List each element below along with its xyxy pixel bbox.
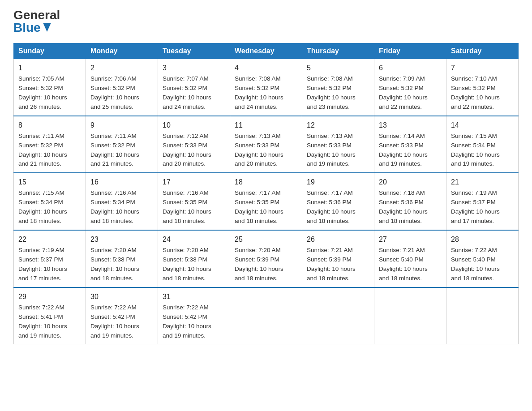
calendar-cell: 4Sunrise: 7:08 AMSunset: 5:32 PMDaylight…: [230, 59, 302, 116]
calendar-cell: 28Sunrise: 7:22 AMSunset: 5:40 PMDayligh…: [446, 230, 519, 287]
calendar-cell: 15Sunrise: 7:15 AMSunset: 5:34 PMDayligh…: [14, 173, 86, 230]
day-number: 12: [307, 120, 369, 131]
day-number: 20: [379, 177, 442, 188]
calendar-cell: 31Sunrise: 7:22 AMSunset: 5:42 PMDayligh…: [158, 287, 230, 344]
calendar-cell: 20Sunrise: 7:18 AMSunset: 5:36 PMDayligh…: [374, 173, 446, 230]
calendar-cell: 27Sunrise: 7:21 AMSunset: 5:40 PMDayligh…: [374, 230, 446, 287]
day-number: 6: [379, 63, 442, 73]
calendar-cell: [230, 287, 302, 344]
calendar-cell: 25Sunrise: 7:20 AMSunset: 5:39 PMDayligh…: [230, 230, 302, 287]
day-info: Sunrise: 7:15 AMSunset: 5:34 PMDaylight:…: [451, 133, 500, 167]
calendar-cell: 10Sunrise: 7:12 AMSunset: 5:33 PMDayligh…: [158, 116, 230, 173]
day-number: 14: [451, 120, 514, 131]
column-header-saturday: Saturday: [446, 43, 519, 59]
day-info: Sunrise: 7:22 AMSunset: 5:42 PMDaylight:…: [90, 304, 139, 339]
calendar-cell: 16Sunrise: 7:16 AMSunset: 5:34 PMDayligh…: [86, 173, 158, 230]
calendar-cell: [446, 287, 519, 344]
column-header-friday: Friday: [374, 43, 446, 59]
day-number: 24: [163, 234, 225, 245]
column-header-monday: Monday: [86, 43, 158, 59]
day-info: Sunrise: 7:19 AMSunset: 5:37 PMDaylight:…: [451, 189, 500, 224]
column-header-wednesday: Wednesday: [230, 43, 302, 59]
day-number: 23: [90, 234, 153, 245]
column-header-tuesday: Tuesday: [158, 43, 230, 59]
calendar-table: SundayMondayTuesdayWednesdayThursdayFrid…: [13, 43, 519, 344]
day-number: 26: [307, 234, 369, 245]
calendar-cell: 18Sunrise: 7:17 AMSunset: 5:35 PMDayligh…: [230, 173, 302, 230]
calendar-cell: 26Sunrise: 7:21 AMSunset: 5:39 PMDayligh…: [302, 230, 374, 287]
page-header: General Blue: [13, 9, 519, 34]
day-number: 15: [18, 177, 81, 188]
logo: General Blue: [13, 9, 60, 34]
day-number: 31: [163, 291, 225, 302]
day-info: Sunrise: 7:11 AMSunset: 5:32 PMDaylight:…: [18, 133, 67, 167]
calendar-week-row: 1Sunrise: 7:05 AMSunset: 5:32 PMDaylight…: [14, 59, 519, 116]
day-number: 16: [90, 177, 153, 188]
day-info: Sunrise: 7:08 AMSunset: 5:32 PMDaylight:…: [235, 75, 283, 110]
day-info: Sunrise: 7:12 AMSunset: 5:33 PMDaylight:…: [163, 133, 211, 167]
calendar-week-row: 22Sunrise: 7:19 AMSunset: 5:37 PMDayligh…: [14, 230, 519, 287]
calendar-week-row: 29Sunrise: 7:22 AMSunset: 5:41 PMDayligh…: [14, 287, 519, 344]
calendar-cell: 7Sunrise: 7:10 AMSunset: 5:32 PMDaylight…: [446, 59, 519, 116]
day-number: 9: [90, 120, 153, 131]
calendar-cell: 22Sunrise: 7:19 AMSunset: 5:37 PMDayligh…: [14, 230, 86, 287]
day-info: Sunrise: 7:17 AMSunset: 5:36 PMDaylight:…: [307, 189, 356, 224]
day-info: Sunrise: 7:13 AMSunset: 5:33 PMDaylight:…: [235, 133, 283, 167]
day-number: 5: [307, 63, 369, 73]
day-number: 10: [163, 120, 225, 131]
calendar-cell: 19Sunrise: 7:17 AMSunset: 5:36 PMDayligh…: [302, 173, 374, 230]
calendar-cell: 14Sunrise: 7:15 AMSunset: 5:34 PMDayligh…: [446, 116, 519, 173]
day-info: Sunrise: 7:17 AMSunset: 5:35 PMDaylight:…: [235, 189, 283, 224]
day-number: 25: [235, 234, 297, 245]
calendar-week-row: 8Sunrise: 7:11 AMSunset: 5:32 PMDaylight…: [14, 116, 519, 173]
day-info: Sunrise: 7:11 AMSunset: 5:32 PMDaylight:…: [90, 133, 139, 167]
logo-arrow-icon: [43, 23, 51, 32]
day-info: Sunrise: 7:06 AMSunset: 5:32 PMDaylight:…: [90, 75, 139, 110]
calendar-cell: 2Sunrise: 7:06 AMSunset: 5:32 PMDaylight…: [86, 59, 158, 116]
calendar-cell: 1Sunrise: 7:05 AMSunset: 5:32 PMDaylight…: [14, 59, 86, 116]
column-header-thursday: Thursday: [302, 43, 374, 59]
calendar-cell: [374, 287, 446, 344]
calendar-cell: 12Sunrise: 7:13 AMSunset: 5:33 PMDayligh…: [302, 116, 374, 173]
day-info: Sunrise: 7:22 AMSunset: 5:40 PMDaylight:…: [451, 247, 500, 282]
calendar-cell: 29Sunrise: 7:22 AMSunset: 5:41 PMDayligh…: [14, 287, 86, 344]
day-number: 1: [18, 63, 81, 73]
day-number: 30: [90, 291, 153, 302]
logo-blue-text: Blue: [13, 21, 51, 34]
day-number: 13: [379, 120, 442, 131]
day-info: Sunrise: 7:08 AMSunset: 5:32 PMDaylight:…: [307, 75, 356, 110]
calendar-cell: 23Sunrise: 7:20 AMSunset: 5:38 PMDayligh…: [86, 230, 158, 287]
day-info: Sunrise: 7:15 AMSunset: 5:34 PMDaylight:…: [18, 189, 67, 224]
day-info: Sunrise: 7:10 AMSunset: 5:32 PMDaylight:…: [451, 75, 500, 110]
day-info: Sunrise: 7:16 AMSunset: 5:35 PMDaylight:…: [163, 189, 211, 224]
day-info: Sunrise: 7:21 AMSunset: 5:39 PMDaylight:…: [307, 247, 356, 282]
svg-marker-0: [43, 23, 51, 32]
calendar-cell: 24Sunrise: 7:20 AMSunset: 5:38 PMDayligh…: [158, 230, 230, 287]
day-number: 22: [18, 234, 81, 245]
logo-general-text: General: [13, 9, 60, 21]
day-info: Sunrise: 7:20 AMSunset: 5:38 PMDaylight:…: [163, 247, 211, 282]
day-number: 17: [163, 177, 225, 188]
calendar-cell: 8Sunrise: 7:11 AMSunset: 5:32 PMDaylight…: [14, 116, 86, 173]
day-number: 7: [451, 63, 514, 73]
calendar-cell: 17Sunrise: 7:16 AMSunset: 5:35 PMDayligh…: [158, 173, 230, 230]
day-info: Sunrise: 7:22 AMSunset: 5:42 PMDaylight:…: [163, 304, 211, 339]
day-info: Sunrise: 7:20 AMSunset: 5:39 PMDaylight:…: [235, 247, 283, 282]
day-number: 19: [307, 177, 369, 188]
day-number: 28: [451, 234, 514, 245]
calendar-cell: 5Sunrise: 7:08 AMSunset: 5:32 PMDaylight…: [302, 59, 374, 116]
day-info: Sunrise: 7:05 AMSunset: 5:32 PMDaylight:…: [18, 75, 67, 110]
day-info: Sunrise: 7:13 AMSunset: 5:33 PMDaylight:…: [307, 133, 356, 167]
day-info: Sunrise: 7:16 AMSunset: 5:34 PMDaylight:…: [90, 189, 139, 224]
calendar-cell: 11Sunrise: 7:13 AMSunset: 5:33 PMDayligh…: [230, 116, 302, 173]
calendar-cell: 21Sunrise: 7:19 AMSunset: 5:37 PMDayligh…: [446, 173, 519, 230]
day-info: Sunrise: 7:07 AMSunset: 5:32 PMDaylight:…: [163, 75, 211, 110]
calendar-cell: 3Sunrise: 7:07 AMSunset: 5:32 PMDaylight…: [158, 59, 230, 116]
day-number: 18: [235, 177, 297, 188]
column-header-sunday: Sunday: [14, 43, 86, 59]
calendar-cell: 30Sunrise: 7:22 AMSunset: 5:42 PMDayligh…: [86, 287, 158, 344]
calendar-header-row: SundayMondayTuesdayWednesdayThursdayFrid…: [14, 43, 519, 59]
day-info: Sunrise: 7:18 AMSunset: 5:36 PMDaylight:…: [379, 189, 428, 224]
day-number: 3: [163, 63, 225, 73]
day-number: 2: [90, 63, 153, 73]
